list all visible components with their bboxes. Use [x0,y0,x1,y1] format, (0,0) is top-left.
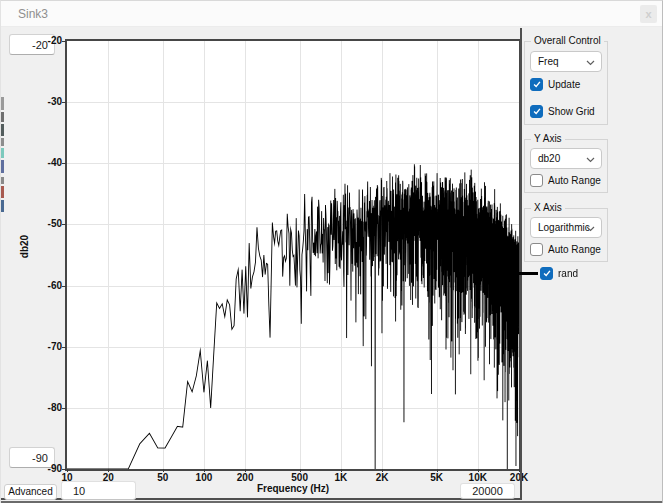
x-tick-label: 2K [376,472,389,483]
y-tick-label: -60 [19,280,62,291]
background-window-edge-fragment [1,160,4,173]
y-axis-title: db20 [19,232,30,262]
x-tick-label: 5K [430,472,443,483]
chevron-down-icon [586,60,595,66]
y-tick-label: -80 [19,402,62,413]
y-tick-mark [62,286,66,287]
show-grid-checkbox[interactable] [530,105,543,118]
x-axis-group: X Axis Logarithmic Auto Range [524,208,608,262]
y-tick-label: -70 [19,341,62,352]
y-tick-label: -50 [19,218,62,229]
y-tick-label: -90 [19,463,62,474]
spectrum-canvas[interactable] [67,41,519,469]
x-tick-label: 200 [237,472,254,483]
legend-rand-label: rand [558,268,578,279]
titlebar[interactable]: Sink3 x [1,1,662,27]
background-window-edge-fragment [1,138,4,146]
y-tick-mark [62,102,66,103]
x-tick-label: 100 [196,472,213,483]
panel-separator [520,28,522,500]
close-icon[interactable]: x [640,5,657,23]
sink-window: Sink3 x 1020501002005001K2K5K10K20K-20-3… [0,0,663,503]
x-auto-range-row[interactable]: Auto Range [530,242,601,256]
check-icon [532,106,542,116]
x-auto-range-label: Auto Range [548,244,601,255]
y-tick-mark [62,347,66,348]
update-checkbox[interactable] [530,78,543,91]
y-axis-dropdown-value: db20 [538,153,560,164]
y-tick-label: -20 [19,35,62,46]
background-window-edge-fragment [1,112,4,122]
x-max-input[interactable] [460,483,515,499]
x-min-input[interactable] [61,481,136,500]
show-grid-label: Show Grid [548,106,595,117]
overall-control-dropdown[interactable]: Freq [530,51,602,72]
x-tick-label: 500 [291,472,308,483]
y-tick-mark [62,163,66,164]
y-tick-mark [62,408,66,409]
y-axis-group-title: Y Axis [531,133,565,144]
y-tick-label: -30 [19,96,62,107]
background-window-edge-fragment [1,200,4,212]
chevron-down-icon [586,226,595,232]
x-tick-label: 20K [510,472,528,483]
x-auto-range-checkbox[interactable] [530,243,543,256]
y-tick-mark [62,224,66,225]
y-tick-label: -40 [19,157,62,168]
y-auto-range-label: Auto Range [548,175,601,186]
legend-line-swatch [514,272,538,275]
background-window-edge-fragment [1,177,4,184]
update-checkbox-row[interactable]: Update [530,77,580,91]
legend-rand: rand [514,265,578,281]
overall-control-title: Overall Control [531,35,604,46]
chevron-down-icon [586,157,595,163]
background-window-edge-fragment [1,124,4,136]
x-tick-label: 10K [469,472,487,483]
check-icon [542,268,552,278]
x-axis-dropdown[interactable]: Logarithmic [530,217,602,238]
y-axis-group: Y Axis db20 Auto Range [524,139,608,193]
y-axis-dropdown[interactable]: db20 [530,148,602,169]
x-axis-dropdown-value: Logarithmic [538,222,590,233]
advanced-button[interactable]: Advanced [4,484,57,500]
check-icon [532,79,542,89]
show-grid-checkbox-row[interactable]: Show Grid [530,104,595,118]
overall-control-group: Overall Control Freq Update Show Grid [524,41,608,125]
legend-rand-checkbox[interactable] [540,267,553,280]
x-axis-title: Frequency (Hz) [201,483,385,494]
background-window-edge-fragment [1,148,4,158]
window-title: Sink3 [18,7,48,21]
y-auto-range-row[interactable]: Auto Range [530,173,601,187]
y-tick-mark [62,41,66,42]
x-tick-label: 1K [334,472,347,483]
overall-control-dropdown-value: Freq [538,56,559,67]
background-window-edge-fragment [1,97,4,110]
y-tick-mark [62,469,66,470]
background-window-edge-fragment [1,186,4,198]
update-label: Update [548,79,580,90]
x-axis-group-title: X Axis [531,202,565,213]
x-tick-label: 50 [157,472,168,483]
y-auto-range-checkbox[interactable] [530,174,543,187]
